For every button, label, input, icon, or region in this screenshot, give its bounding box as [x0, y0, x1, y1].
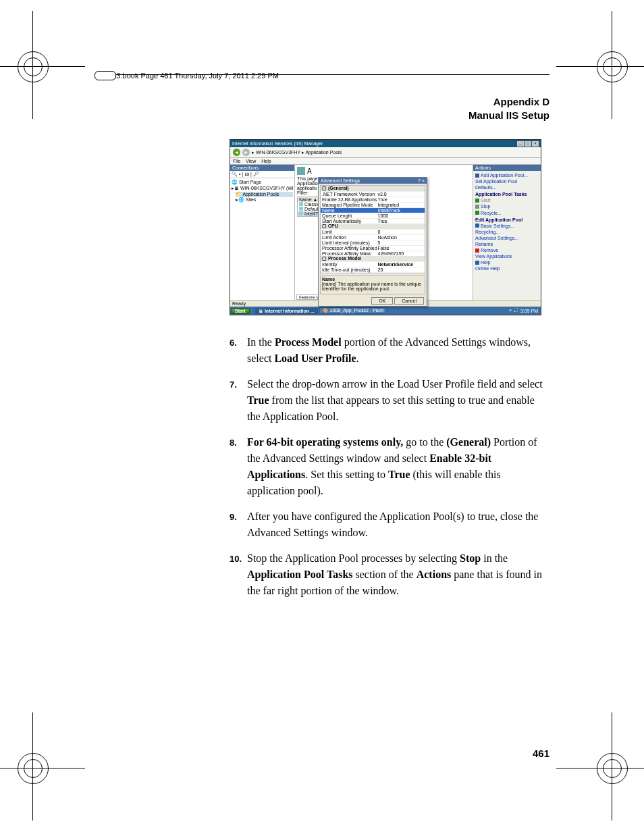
tree-application-pools[interactable]: 📁 Application Pools — [236, 192, 293, 198]
tree-server[interactable]: ▸🖥 WIN-06KSCGV3FHY (WIN — [232, 186, 293, 192]
tree-start-page[interactable]: 🌐 Start Page — [232, 180, 293, 186]
connections-panel: Connections 🔍 • | 🗂 | 🔎 🌐 Start Page ▸🖥 … — [230, 165, 295, 300]
property-description: Name [name] The application pool name is… — [320, 276, 425, 294]
step-7: Select the drop-down arrow in the Load U… — [230, 376, 549, 425]
dialog-title: Advanced Settings — [321, 178, 360, 183]
start-button[interactable]: Start — [231, 308, 250, 314]
property-row[interactable]: Queue Length1000 — [321, 213, 425, 218]
actions-link[interactable]: Rename — [475, 241, 539, 247]
iis-screenshot: Internet Information Services (IIS) Mana… — [230, 139, 541, 315]
back-icon[interactable]: ◄ — [233, 149, 240, 156]
actions-link[interactable]: Recycle... — [475, 210, 539, 216]
property-row[interactable]: Idle Time-out (minutes)20 — [321, 267, 425, 272]
connections-header: Connections — [230, 165, 294, 171]
property-row[interactable]: Enable 32-Bit ApplicationsTrue — [321, 197, 425, 202]
property-row[interactable]: Start AutomaticallyTrue — [321, 218, 425, 224]
header-rule — [95, 74, 549, 75]
property-row[interactable]: Managed Pipeline ModeIntegrated — [321, 202, 425, 207]
property-category[interactable]: ▢ CPU — [321, 224, 425, 229]
property-grid[interactable]: ▢ (General).NET Framework Versionv2.0Ena… — [320, 185, 425, 274]
actions-header: Actions — [473, 165, 541, 171]
menu-bar: File View Help — [230, 158, 541, 165]
actions-link[interactable]: Help — [475, 259, 539, 265]
cancel-button[interactable]: Cancel — [394, 297, 424, 305]
running-head: Appendix D Manual IIS Setup — [95, 95, 549, 122]
menu-view[interactable]: View — [246, 159, 256, 163]
action-icon — [475, 199, 479, 203]
property-row[interactable]: Limit Interval (minutes)5 — [321, 240, 425, 245]
menu-file[interactable]: File — [233, 159, 240, 163]
property-row[interactable]: NameIntelliTrack — [321, 207, 425, 213]
property-row[interactable]: Load User ProfileTrue — [321, 272, 425, 274]
running-head-line2: Manual IIS Setup — [468, 109, 549, 121]
page-number: 461 — [95, 748, 549, 759]
property-category[interactable]: ▢ Process Model — [321, 256, 425, 261]
action-icon — [475, 249, 479, 253]
breadcrumb[interactable]: ▸ WIN-06KSCGV3FHY ▸ Application Pools — [252, 150, 342, 155]
advanced-settings-dialog: Advanced Settings ? × ▢ (General).NET Fr… — [318, 177, 427, 307]
minimize-icon[interactable]: _ — [517, 141, 524, 147]
running-head-line1: Appendix D — [493, 96, 549, 107]
connections-toolbar[interactable]: 🔍 • | 🗂 | 🔎 — [230, 171, 294, 178]
property-desc-text: [name] The application pool name is the … — [322, 282, 421, 291]
window-buttons[interactable]: _□× — [516, 140, 539, 147]
actions-link[interactable]: Set Application Pool Defaults... — [475, 178, 539, 190]
actions-link[interactable]: Online Help — [475, 265, 539, 271]
dialog-help-close[interactable]: ? × — [418, 178, 425, 183]
actions-link[interactable]: Advanced Settings... — [475, 235, 539, 241]
property-desc-title: Name — [322, 277, 335, 282]
property-row[interactable]: .NET Framework Versionv2.0 — [321, 191, 425, 197]
step-6: In the Process Model portion of the Adva… — [230, 334, 549, 367]
status-text: Ready — [232, 301, 246, 306]
property-row[interactable]: Processor Affinity Mask4294967295 — [321, 251, 425, 256]
action-icon — [475, 174, 479, 178]
window-titlebar: Internet Information Services (IIS) Mana… — [230, 140, 541, 147]
step-8: For 64-bit operating systems only, go to… — [230, 434, 549, 499]
system-tray[interactable]: « 🔊 3:05 PM — [507, 308, 540, 313]
step-10: Stop the Application Pool processes by s… — [230, 550, 549, 599]
step-9: After you have configured the Applicatio… — [230, 509, 549, 541]
action-icon — [475, 205, 479, 209]
close-icon[interactable]: × — [532, 141, 539, 147]
page-frame: 2283.book Page 461 Thursday, July 7, 201… — [95, 74, 549, 759]
ok-button[interactable]: OK — [371, 297, 393, 305]
taskbar-iis[interactable]: 🖥 Internet Information ... — [255, 308, 318, 314]
actions-heading: Application Pool Tasks — [475, 191, 539, 197]
property-category[interactable]: ▢ (General) — [321, 186, 425, 191]
maximize-icon[interactable]: □ — [525, 141, 531, 147]
actions-heading: Edit Application Pool — [475, 217, 539, 223]
taskbar-paint[interactable]: 🎨 2008_App_Pools2 - Paint — [319, 307, 387, 314]
actions-link[interactable]: Recycling... — [475, 229, 539, 235]
property-row[interactable]: Limit0 — [321, 229, 425, 234]
instructions: In the Process Model portion of the Adva… — [230, 334, 549, 599]
taskbar: Start 🖥 Internet Information ... 🎨 2008_… — [230, 307, 541, 315]
property-row[interactable]: Limit ActionNoAction — [321, 234, 425, 240]
connections-tree: 🌐 Start Page ▸🖥 WIN-06KSCGV3FHY (WIN 📁 A… — [230, 178, 294, 205]
main-title: A — [307, 167, 312, 175]
property-row[interactable]: Processor Affinity EnabledFalse — [321, 245, 425, 251]
actions-link[interactable]: View Applications — [475, 253, 539, 259]
clock: 3:05 PM — [520, 309, 538, 313]
forward-icon[interactable]: ► — [242, 149, 250, 156]
apppools-icon — [297, 167, 305, 175]
action-icon — [475, 261, 479, 265]
window-title: Internet Information Services (IIS) Mana… — [232, 141, 323, 146]
action-icon — [475, 211, 479, 215]
actions-link[interactable]: Stop — [475, 203, 539, 209]
address-bar: ◄ ► ▸ WIN-06KSCGV3FHY ▸ Application Pool… — [230, 147, 541, 158]
book-header: 2283.book Page 461 Thursday, July 7, 201… — [104, 72, 279, 80]
actions-link[interactable]: Start — [475, 197, 539, 203]
menu-help[interactable]: Help — [261, 159, 271, 163]
action-icon — [475, 224, 479, 228]
dialog-titlebar: Advanced Settings ? × — [319, 178, 427, 184]
actions-link[interactable]: Add Application Pool... — [475, 172, 539, 178]
property-row[interactable]: IdentityNetworkService — [321, 261, 425, 267]
tree-sites[interactable]: ▸🌐 Sites — [236, 197, 293, 203]
actions-panel: Actions Add Application Pool...Set Appli… — [473, 165, 541, 300]
actions-link[interactable]: Basic Settings... — [475, 223, 539, 229]
actions-link[interactable]: Remove — [475, 247, 539, 253]
